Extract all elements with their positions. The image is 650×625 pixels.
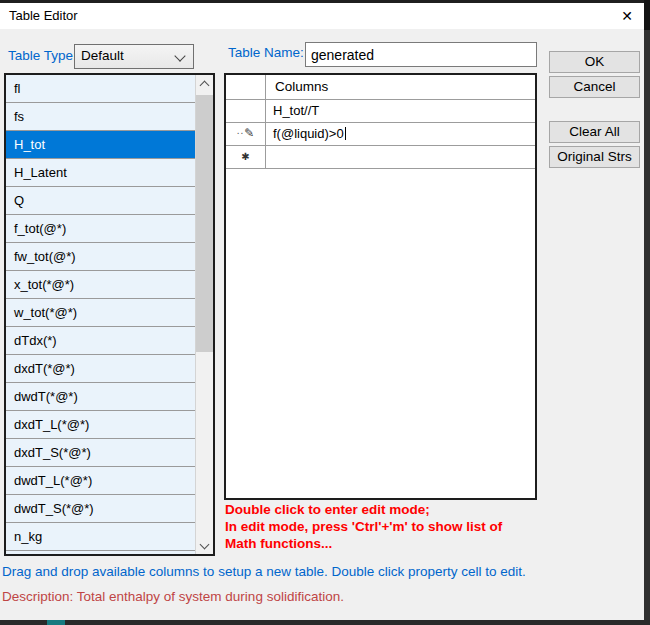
table-editor-dialog: Table Editor ✕ Table Type: Default Table…	[0, 3, 644, 620]
scroll-up-icon[interactable]	[196, 75, 213, 92]
list-item[interactable]: dxdT(*@*)	[6, 355, 196, 383]
table-name-label: Table Name:	[228, 45, 304, 60]
list-item[interactable]: Q	[6, 187, 196, 215]
list-item[interactable]: fl	[6, 75, 196, 103]
scrollbar-thumb[interactable]	[196, 95, 213, 352]
list-item[interactable]: dwdT(*@*)	[6, 383, 196, 411]
edit-hint-line: Double click to enter edit mode;	[225, 501, 540, 518]
list-item[interactable]: dTdx(*)	[6, 327, 196, 355]
list-item[interactable]: fs	[6, 103, 196, 131]
background-strip-right-dark	[644, 0, 650, 30]
edit-hint-line: In edit mode, press 'Ctrl'+'m' to show l…	[225, 518, 540, 535]
description-text: Description: Total enthalpy of system du…	[2, 589, 642, 604]
available-columns-panel: flfsH_totH_LatentQf_tot(@*)fw_tot(@*)x_t…	[4, 73, 215, 556]
columns-table-body: H_tot//T..✎f(@liquid)>0✱	[226, 100, 535, 169]
column-cell[interactable]: f(@liquid)>0	[266, 123, 535, 146]
title-bar: Table Editor ✕	[0, 3, 644, 29]
list-item[interactable]: dwdT_S(*@*)	[6, 495, 196, 523]
list-item[interactable]: dwdT_L(*@*)	[6, 467, 196, 495]
list-item[interactable]: dxdT_L(*@*)	[6, 411, 196, 439]
cancel-button[interactable]: Cancel	[549, 76, 640, 98]
available-columns-list: flfsH_totH_LatentQf_tot(@*)fw_tot(@*)x_t…	[6, 75, 196, 554]
column-cell[interactable]	[266, 146, 535, 169]
chevron-down-icon	[174, 50, 185, 61]
background-strip-bottom	[0, 620, 650, 625]
ok-button[interactable]: OK	[549, 51, 640, 73]
list-item[interactable]: fw_tot(@*)	[6, 243, 196, 271]
edit-hint-line: Math functions...	[225, 535, 540, 552]
scroll-down-icon[interactable]	[196, 537, 213, 554]
list-item[interactable]: w_tot(*@*)	[6, 299, 196, 327]
table-type-dropdown[interactable]: Default	[74, 44, 194, 69]
table-type-value: Default	[81, 48, 124, 63]
row-header	[226, 100, 266, 123]
edit-pencil-icon: ..✎	[226, 123, 266, 146]
list-item[interactable]: f_tot(@*)	[6, 215, 196, 243]
table-name-input[interactable]	[305, 42, 537, 67]
columns-table-header-row: Columns	[226, 75, 535, 100]
text-cursor	[345, 127, 346, 140]
row-header-corner	[226, 75, 266, 100]
table-row[interactable]: ..✎f(@liquid)>0	[226, 123, 535, 146]
window-title: Table Editor	[9, 8, 78, 23]
list-scrollbar[interactable]	[195, 75, 213, 554]
background-strip-right	[644, 0, 650, 625]
new-row-icon: ✱	[226, 146, 266, 169]
list-item[interactable]: H_Latent	[6, 159, 196, 187]
columns-table: Columns H_tot//T..✎f(@liquid)>0✱	[224, 73, 537, 500]
list-item[interactable]: dxdT_S(*@*)	[6, 439, 196, 467]
list-item[interactable]: n_kg	[6, 523, 196, 551]
clear-all-button[interactable]: Clear All	[549, 121, 640, 143]
columns-header: Columns	[266, 75, 535, 100]
table-type-label: Table Type:	[8, 48, 77, 63]
list-item[interactable]: x_tot(*@*)	[6, 271, 196, 299]
edit-mode-hint: Double click to enter edit mode; In edit…	[225, 501, 540, 552]
background-accent	[47, 620, 65, 625]
table-row[interactable]: H_tot//T	[226, 100, 535, 123]
list-item[interactable]: H_tot	[6, 131, 196, 159]
table-row[interactable]: ✱	[226, 146, 535, 169]
drag-drop-hint: Drag and drop available columns to setup…	[2, 564, 642, 579]
original-strs-button[interactable]: Original Strs	[549, 146, 640, 168]
column-cell[interactable]: H_tot//T	[266, 100, 535, 123]
close-icon[interactable]: ✕	[610, 3, 644, 29]
